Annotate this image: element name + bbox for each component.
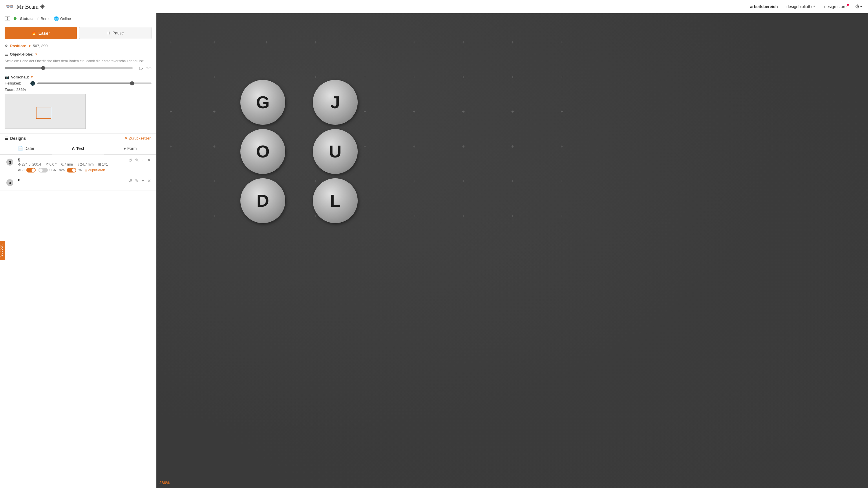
g-pct-text: % <box>79 168 82 172</box>
design-item-o-actions: ↺ ✎ + ✕ <box>128 177 152 184</box>
action-buttons: 🔥 Laser ⏸ Pause <box>0 24 156 42</box>
crosshair-marker: + <box>314 178 317 184</box>
reset-button[interactable]: ✕ Zurücksetzen <box>125 136 152 140</box>
reset-icon: ✕ <box>125 136 128 140</box>
objekt-hoehe-label: Objekt-Höhe: <box>10 52 34 57</box>
svg-text:o: o <box>9 180 11 185</box>
minimap-viewport <box>36 107 51 119</box>
crosshair-marker: + <box>364 213 366 219</box>
hoehe-slider-track[interactable] <box>5 67 133 69</box>
crosshair-marker: + <box>462 144 465 149</box>
laser-button-label: Laser <box>38 31 50 36</box>
tab-bar: 📄 Datei A Text ♥ Form <box>0 143 156 155</box>
crosshair-marker: + <box>314 40 317 45</box>
logo-icon: 👓 <box>6 3 13 10</box>
g-abc-toggle[interactable] <box>26 168 36 172</box>
brightness-slider-thumb[interactable] <box>130 82 134 86</box>
designs-list-icon: ☰ <box>5 136 8 141</box>
design-item-o-name: o <box>18 177 128 182</box>
minimap-preview[interactable] <box>5 94 86 129</box>
status-bar: S Status: ✓ Bereit 🌐 Online <box>0 13 156 24</box>
power-icon: ⏻ <box>855 4 859 9</box>
crosshair-marker: + <box>265 40 268 45</box>
camera-icon: 📷 <box>5 75 9 79</box>
crosshair-marker: + <box>511 144 514 149</box>
design-item-g-meta: ✥ 274.5, 200.4 ↺ 0.0 ° 6.7 mm ↕ 24.7 mm … <box>18 162 128 166</box>
power-button[interactable]: ⏻ ▾ <box>855 4 862 9</box>
pause-button[interactable]: ⏸ Pause <box>79 27 152 39</box>
g-edit-btn[interactable]: ✎ <box>134 157 139 164</box>
g-toggle-row: ABC ЭBA mm % ⊞ duplizieren <box>18 168 128 172</box>
design-item-o-details: o <box>18 177 128 183</box>
vorschau-header[interactable]: 📷 Vorschau: ▾ <box>5 75 152 79</box>
g-add-btn[interactable]: + <box>141 157 145 163</box>
file-icon: 📄 <box>18 146 23 151</box>
position-value: 507, 390 <box>33 44 48 48</box>
laser-button[interactable]: 🔥 Laser <box>5 27 77 39</box>
crosshair-marker: + <box>364 178 366 184</box>
height-icon: ↕ <box>78 162 80 166</box>
nav-arbeitsbereich[interactable]: arbeitsbereich <box>750 4 778 9</box>
design-item-o-icon: o <box>5 177 15 188</box>
crosshair-marker: + <box>314 213 317 219</box>
nav-design-store[interactable]: design-store <box>824 4 846 9</box>
hoehe-unit: mm <box>146 66 152 70</box>
position-dropdown[interactable]: ▾ <box>29 44 31 48</box>
helligkeit-label: Helligkeit: <box>5 81 28 86</box>
crosshair-marker: + <box>213 40 215 45</box>
o-undo-btn[interactable]: ↺ <box>128 177 133 184</box>
design-item-g-actions: ↺ ✎ + ✕ <box>128 157 152 164</box>
o-delete-btn[interactable]: ✕ <box>147 177 152 184</box>
canvas-background[interactable]: 286% +++++++++++++++++++++++++++++++++++… <box>156 13 868 488</box>
dup-label: duplizieren <box>88 168 105 172</box>
objekt-hoehe-header[interactable]: ☰ Objekt-Höhe: ▾ <box>0 50 156 58</box>
crosshair-marker: + <box>364 74 366 79</box>
crosshair-marker: + <box>364 109 366 114</box>
crosshair-marker: + <box>413 144 415 149</box>
g-pct-toggle[interactable] <box>38 168 48 172</box>
tab-form[interactable]: ♥ Form <box>104 143 156 154</box>
crosshair-icon: ✥ <box>18 162 21 166</box>
crosshair-marker: + <box>560 144 563 149</box>
designs-bar: ☰ Designs ✕ Zurücksetzen <box>0 133 156 143</box>
o-add-btn[interactable]: + <box>141 177 145 184</box>
design-item-o: o o ↺ ✎ + ✕ <box>0 175 156 191</box>
g-duplicate-link[interactable]: ⊞ duplizieren <box>85 168 105 172</box>
g-pct-label: ЭBA <box>49 168 56 172</box>
hoehe-value: 15 <box>135 66 143 70</box>
nav-designbibliothek[interactable]: designbibliothek <box>786 4 815 9</box>
status-label: Status: <box>20 17 33 21</box>
hoehe-slider-thumb[interactable] <box>41 66 45 70</box>
letter-circle-u: U <box>313 129 358 174</box>
objekt-hoehe-content: Stelle die Höhe der Oberfläche über dem … <box>0 58 156 73</box>
tab-text[interactable]: A Text <box>52 143 104 154</box>
position-icon: ✥ <box>5 44 8 48</box>
g-grid: ⊞ 1×1 <box>98 162 108 166</box>
g-width: 6.7 mm <box>61 162 73 166</box>
tab-datei[interactable]: 📄 Datei <box>0 143 52 154</box>
tab-text-label: Text <box>76 146 84 151</box>
list-icon: ☰ <box>5 52 8 57</box>
dup-icon: ⊞ <box>85 168 88 172</box>
crosshair-marker: + <box>169 109 172 114</box>
support-tab[interactable]: Support <box>0 241 5 260</box>
power-arrow: ▾ <box>860 4 862 9</box>
crosshair-marker: + <box>560 109 563 114</box>
brightness-slider-track[interactable] <box>37 83 152 84</box>
rotation-icon: ↺ <box>46 162 49 166</box>
g-mm-toggle[interactable] <box>67 168 76 172</box>
hoehe-slider-fill <box>5 67 43 69</box>
design-item-g-name: g <box>18 157 128 162</box>
crosshair-marker: + <box>462 178 465 184</box>
pause-button-label: Pause <box>112 31 124 35</box>
crosshair-marker: + <box>511 178 514 184</box>
o-edit-btn[interactable]: ✎ <box>134 177 139 184</box>
letter-circle-d: D <box>240 178 285 223</box>
g-undo-btn[interactable]: ↺ <box>128 157 133 164</box>
crosshair-marker: + <box>413 74 415 79</box>
left-panel: S Status: ✓ Bereit 🌐 Online 🔥 Laser ⏸ Pa… <box>0 13 156 488</box>
online-text: Online <box>60 17 71 21</box>
crosshair-marker: + <box>213 109 215 114</box>
crosshair-marker: + <box>213 74 215 79</box>
g-delete-btn[interactable]: ✕ <box>147 157 152 164</box>
